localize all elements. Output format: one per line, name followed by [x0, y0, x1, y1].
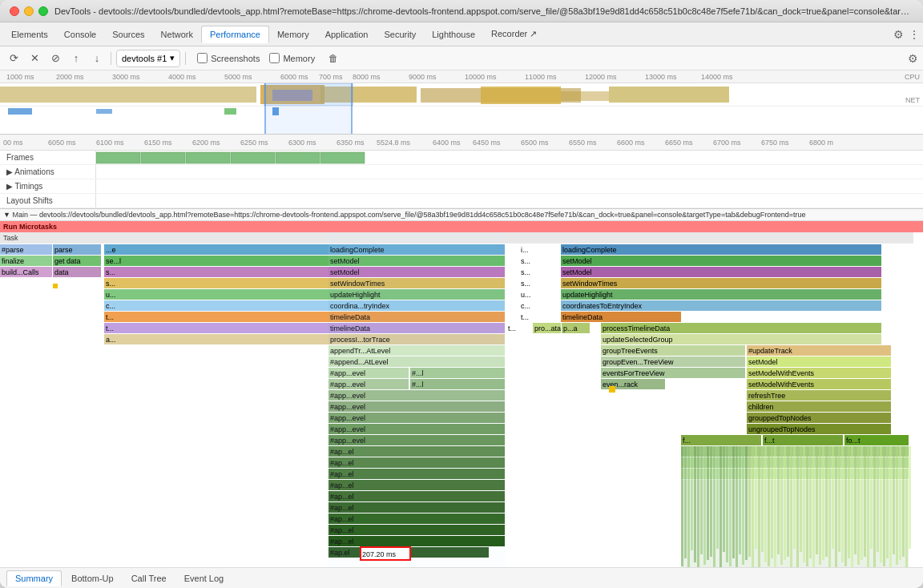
titlebar: DevTools - devtools://devtools/bundled/d… — [0, 0, 923, 22]
svg-rect-202 — [752, 446, 754, 567]
svg-rect-62 — [104, 289, 328, 300]
svg-text:Task: Task — [3, 234, 18, 242]
svg-text:children: children — [748, 403, 774, 411]
flamechart-scroll[interactable]: Task #parse parse ...e loadingComplete i… — [0, 232, 923, 567]
upload-button[interactable]: ↑ — [67, 50, 85, 67]
close-button[interactable] — [10, 6, 19, 16]
tab-lighthouse[interactable]: Lighthouse — [424, 26, 483, 42]
svg-rect-196 — [732, 446, 735, 558]
screenshots-checkbox-label[interactable]: Screenshots — [197, 53, 260, 63]
svg-text:setModel: setModel — [748, 358, 778, 366]
svg-rect-209 — [774, 446, 776, 567]
svg-rect-210 — [777, 446, 780, 554]
screenshots-checkbox[interactable] — [197, 53, 208, 63]
svg-rect-217 — [800, 446, 802, 552]
ruler-tick-10000: 10000 ms — [465, 73, 497, 81]
frames-label: Frames — [0, 151, 96, 164]
devtools-tab-bar: Elements Console Sources Network Perform… — [0, 22, 923, 46]
detail-tick-6500: 6500 ms — [521, 139, 549, 147]
stop-button[interactable]: ✕ — [26, 50, 43, 67]
svg-text:t...: t... — [106, 313, 114, 321]
svg-text:finalize: finalize — [2, 257, 24, 265]
tab-application[interactable]: Application — [317, 26, 377, 42]
detail-tick-6450: 6450 ms — [473, 139, 501, 147]
tab-performance[interactable]: Performance — [201, 26, 269, 43]
svg-rect-61 — [53, 284, 58, 288]
svg-text:loadingComplete: loadingComplete — [562, 246, 617, 254]
svg-rect-190 — [713, 446, 715, 567]
svg-rect-69 — [104, 300, 328, 311]
svg-rect-203 — [755, 446, 757, 549]
toolbar-divider-2 — [185, 52, 186, 65]
svg-text:a...: a... — [106, 336, 116, 344]
detail-tick-6700: 6700 ms — [713, 139, 741, 147]
svg-text:grouppedTopNodes: grouppedTopNodes — [748, 414, 812, 422]
svg-text:u...: u... — [106, 291, 116, 299]
tab-memory[interactable]: Memory — [269, 26, 317, 42]
ruler-tick-3000: 3000 ms — [112, 73, 140, 81]
clear-button[interactable]: ⊘ — [46, 50, 64, 67]
svg-text:fo...t: fo...t — [846, 437, 861, 445]
tab-call-tree[interactable]: Call Tree — [123, 571, 175, 586]
svg-rect-52 — [561, 267, 881, 277]
settings-gear-icon[interactable]: ⚙ — [908, 52, 918, 65]
flamechart-inner[interactable]: Task #parse parse ...e loadingComplete i… — [0, 232, 923, 567]
svg-rect-8 — [264, 83, 353, 106]
svg-rect-76 — [104, 312, 328, 322]
svg-rect-244 — [886, 446, 889, 558]
svg-rect-15 — [186, 152, 230, 163]
svg-rect-181 — [684, 446, 687, 558]
target-selector[interactable]: devtools #1 ▾ — [116, 50, 180, 67]
tab-summary[interactable]: Summary — [6, 570, 62, 586]
svg-rect-0 — [0, 87, 256, 103]
settings-icon[interactable]: ⚙ — [893, 28, 904, 41]
svg-rect-248 — [899, 446, 901, 560]
reload-record-button[interactable]: ⟳ — [5, 50, 22, 67]
svg-text:...e: ...e — [106, 246, 116, 254]
tab-network[interactable]: Network — [153, 26, 201, 42]
svg-rect-191 — [716, 446, 719, 549]
devtools-window: DevTools - devtools://devtools/bundled/d… — [0, 0, 923, 588]
svg-rect-220 — [809, 446, 812, 558]
detail-tick-6200: 6200 ms — [192, 139, 220, 147]
svg-rect-243 — [883, 446, 885, 566]
tab-sources[interactable]: Sources — [104, 26, 152, 42]
run-microtasks-bar: Run Microtasks — [0, 221, 923, 232]
tab-elements[interactable]: Elements — [3, 26, 56, 42]
main-url-bar: ▼ Main — devtools://devtools/bundled/dev… — [0, 209, 923, 221]
svg-text:s...: s... — [521, 257, 530, 265]
ruler-tick-14000: 14000 ms — [701, 73, 733, 81]
svg-rect-238 — [867, 446, 869, 567]
track-rows-container: Frames ▶ Animations ▶ Timings — [0, 151, 923, 209]
tab-bottom-up[interactable]: Bottom-Up — [63, 571, 122, 586]
traffic-lights — [10, 6, 48, 16]
more-options-icon[interactable]: ⋮ — [909, 28, 920, 41]
flamechart-svg: Task #parse parse ...e loadingComplete i… — [0, 232, 913, 567]
memory-checkbox[interactable] — [269, 53, 280, 63]
tab-security[interactable]: Security — [376, 26, 424, 42]
svg-rect-239 — [870, 446, 873, 549]
maximize-button[interactable] — [38, 6, 48, 16]
main-timeline-container[interactable]: Task #parse parse ...e loadingComplete i… — [0, 232, 923, 567]
trash-button[interactable]: 🗑 — [324, 50, 342, 67]
tab-recorder[interactable]: Recorder ↗ — [483, 26, 545, 42]
download-button[interactable]: ↓ — [88, 50, 106, 67]
tab-console[interactable]: Console — [56, 26, 104, 42]
detail-tick-6050: 6050 ms — [48, 139, 76, 147]
svg-rect-222 — [816, 446, 818, 554]
overview-area[interactable]: 1000 ms 2000 ms 3000 ms 4000 ms 5000 ms … — [0, 70, 923, 135]
svg-text:setWindowTimes: setWindowTimes — [562, 280, 618, 288]
svg-rect-246 — [893, 446, 895, 554]
minimize-button[interactable] — [24, 6, 34, 16]
svg-text:i...: i... — [521, 246, 529, 254]
svg-rect-237 — [864, 446, 866, 557]
svg-text:se...l: se...l — [106, 257, 121, 265]
memory-checkbox-label[interactable]: Memory — [269, 53, 315, 63]
svg-rect-189 — [710, 446, 712, 557]
detail-tick-6150: 6150 ms — [144, 139, 172, 147]
svg-rect-10 — [96, 109, 112, 114]
frames-track: Frames — [0, 151, 923, 165]
tab-event-log[interactable]: Event Log — [176, 571, 232, 586]
svg-text:pro...ata: pro...ata — [534, 324, 561, 332]
svg-rect-200 — [745, 446, 748, 560]
